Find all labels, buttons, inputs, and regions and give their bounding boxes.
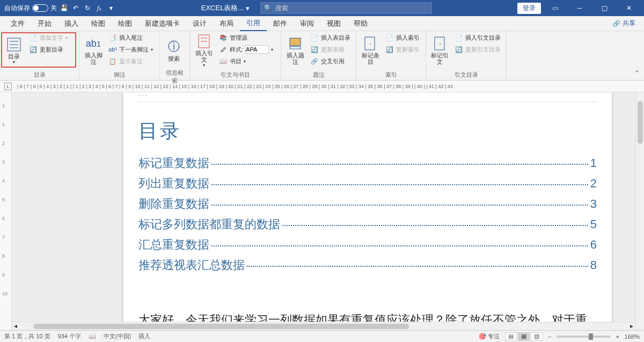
- toc-item-text: 删除重复数据: [138, 196, 209, 212]
- page-header-area: ▫ ▫ ▫: [138, 92, 597, 102]
- focus-mode-button[interactable]: 🎯 专注: [479, 332, 500, 340]
- tab-draw1[interactable]: 绘图: [85, 17, 112, 31]
- tab-draw2[interactable]: 绘图: [112, 17, 138, 31]
- read-mode-icon[interactable]: ▤: [505, 332, 517, 341]
- update-toc-icon: 🔄: [29, 45, 38, 54]
- update-index-button[interactable]: 🔄 更新索引: [383, 44, 422, 55]
- ribbon-display-icon[interactable]: ▭: [544, 0, 566, 16]
- zoom-slider[interactable]: [557, 336, 610, 338]
- svg-rect-7: [290, 38, 301, 46]
- bibliography-icon: 📖: [219, 57, 228, 66]
- login-button[interactable]: 登录: [517, 3, 541, 14]
- insert-endnote-button[interactable]: 📑 插入尾注: [106, 32, 155, 43]
- toc-icon: [5, 36, 23, 53]
- update-table-button[interactable]: 🔄 更新表格: [308, 44, 353, 55]
- insert-authorities-button[interactable]: 📄 插入引文目录: [452, 32, 503, 43]
- insert-footnote-button[interactable]: ab1 插入脚注: [83, 32, 104, 68]
- fx-icon[interactable]: 𝑓ₓ: [94, 3, 104, 13]
- update-authorities-button[interactable]: 🔄 更新引文目录: [452, 44, 503, 55]
- document-title[interactable]: EXCEL表格... ▾: [201, 3, 250, 13]
- horizontal-ruler[interactable]: L | 8 | 7 | 6 | 5 | 4 | 3 | 2 | 1 | | 1 …: [0, 81, 644, 92]
- insert-mode[interactable]: 插入: [138, 332, 150, 340]
- bibliography-button[interactable]: 📖 书目▾: [217, 56, 275, 67]
- toc-item-page: 3: [590, 197, 597, 211]
- citation-style-select[interactable]: 🖉 样式: ▾: [217, 44, 275, 55]
- share-button[interactable]: 🔗 共享: [608, 18, 640, 29]
- vertical-scrollbar[interactable]: [635, 92, 644, 330]
- undo-icon[interactable]: ↶: [71, 3, 80, 13]
- collapse-ribbon-icon[interactable]: ⌃: [634, 69, 640, 77]
- tab-insert[interactable]: 插入: [58, 17, 85, 31]
- print-layout-icon[interactable]: ▦: [518, 332, 530, 341]
- chevron-down-icon[interactable]: ▾: [271, 47, 273, 52]
- insert-index-button[interactable]: 📄 插入索引: [383, 32, 422, 43]
- vertical-ruler[interactable]: 1 1 2 3 4 5 6 7 8 9 10: [0, 92, 12, 330]
- show-notes-icon: 📋: [108, 57, 117, 66]
- page-info[interactable]: 第 1 页，共 10 页: [4, 332, 50, 340]
- maximize-icon[interactable]: ▢: [594, 0, 615, 16]
- ribbon-group-research: ⓘ 搜索 信息检索: [160, 31, 190, 80]
- tab-newtab[interactable]: 新建选项卡: [138, 17, 186, 31]
- minimize-icon[interactable]: ─: [569, 0, 590, 16]
- tab-references[interactable]: 引用: [240, 16, 267, 31]
- update-authorities-icon: 🔄: [455, 45, 463, 54]
- next-footnote-button[interactable]: ab¹ 下一条脚注▾: [106, 44, 155, 55]
- tab-design[interactable]: 设计: [186, 17, 213, 31]
- document-area: 1 1 2 3 4 5 6 7 8 9 10 ▫ ▫ ▫ 目录 标记重复数据1列…: [0, 92, 644, 330]
- status-bar: 第 1 页，共 10 页 934 个字 📖 中文(中国) 插入 🎯 专注 ▤ ▦…: [0, 330, 644, 342]
- toc-leader-dots: [247, 266, 588, 267]
- toc-item[interactable]: 标记多列数据都重复的数据5: [138, 216, 597, 232]
- style-value-input[interactable]: [245, 45, 269, 54]
- search-input[interactable]: 🔍 搜索: [260, 2, 432, 14]
- insert-caption-button[interactable]: 插入题注: [284, 32, 306, 68]
- header-deco-icon: ▫ ▫ ▫: [138, 92, 147, 98]
- add-text-button[interactable]: 📄 添加文字▾: [27, 32, 70, 43]
- toc-item[interactable]: 推荐透视表汇总数据8: [138, 257, 597, 273]
- word-count[interactable]: 934 个字: [58, 332, 81, 340]
- scroll-thumb-v[interactable]: [638, 101, 643, 144]
- tab-mailings[interactable]: 邮件: [267, 17, 294, 31]
- manage-sources-button[interactable]: 📚 管理源: [217, 32, 275, 43]
- zoom-in-icon[interactable]: +: [616, 333, 619, 340]
- title-bar: 自动保存 关 💾 ↶ ↻ 𝑓ₓ ▾ EXCEL表格... ▾ 🔍 搜索 登录 ▭…: [0, 0, 644, 16]
- tab-home[interactable]: 开始: [31, 17, 58, 31]
- mark-entry-button[interactable]: + 标记条目: [360, 32, 381, 68]
- add-text-icon: 📄: [29, 33, 38, 42]
- toc-item[interactable]: 删除重复数据3: [138, 196, 597, 212]
- spellcheck-icon[interactable]: 📖: [89, 333, 96, 340]
- horizontal-scrollbar[interactable]: ◂ ▸: [12, 322, 635, 330]
- zoom-level[interactable]: 168%: [625, 333, 640, 340]
- redo-icon[interactable]: ↻: [83, 3, 92, 13]
- toc-leader-dots: [211, 245, 588, 246]
- scroll-thumb-h[interactable]: [33, 324, 409, 329]
- toc-item[interactable]: 列出重复数据2: [138, 176, 597, 192]
- insert-table-of-figures-button[interactable]: 📄 插入表目录: [308, 32, 353, 43]
- research-button[interactable]: ⓘ 搜索: [163, 32, 185, 68]
- show-notes-button[interactable]: 📋 显示备注: [106, 56, 155, 67]
- insert-citation-button[interactable]: 插入引文 ▾: [193, 32, 215, 68]
- scroll-left-icon[interactable]: ◂: [14, 322, 17, 330]
- tab-file[interactable]: 文件: [4, 17, 31, 31]
- toc-item[interactable]: 汇总重复数据6: [138, 237, 597, 253]
- mark-entry-icon: +: [362, 35, 379, 52]
- language-status[interactable]: 中文(中国): [104, 332, 131, 340]
- document-page[interactable]: ▫ ▫ ▫ 目录 标记重复数据1列出重复数据2删除重复数据3标记多列数据都重复的…: [123, 92, 612, 330]
- tab-help[interactable]: 帮助: [347, 17, 374, 31]
- zoom-out-icon[interactable]: −: [548, 333, 551, 340]
- qat-dropdown-icon[interactable]: ▾: [106, 3, 116, 13]
- tab-review[interactable]: 审阅: [294, 17, 320, 31]
- close-icon[interactable]: ✕: [618, 0, 640, 16]
- toc-button[interactable]: 目录 ▾: [3, 32, 25, 68]
- web-layout-icon[interactable]: ▧: [531, 332, 543, 341]
- tab-selector-icon[interactable]: L: [4, 83, 12, 90]
- save-icon[interactable]: 💾: [59, 3, 69, 13]
- chevron-down-icon: ▾: [65, 35, 68, 40]
- scroll-right-icon[interactable]: ▸: [630, 322, 633, 330]
- cross-reference-button[interactable]: 🔗 交叉引用: [308, 56, 353, 67]
- toc-item[interactable]: 标记重复数据1: [138, 155, 597, 171]
- update-toc-button[interactable]: 🔄 更新目录: [27, 44, 70, 55]
- mark-citation-button[interactable]: + 标记引文: [429, 32, 450, 68]
- tab-layout[interactable]: 布局: [213, 17, 240, 31]
- tab-view[interactable]: 视图: [320, 17, 347, 31]
- autosave-toggle[interactable]: 自动保存 关: [4, 4, 57, 13]
